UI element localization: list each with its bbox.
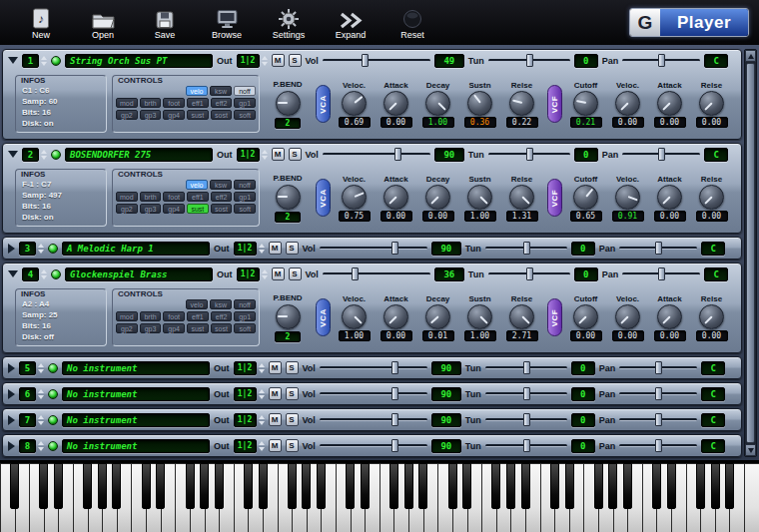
piano-key-black[interactable] [244, 463, 253, 509]
channel-led[interactable] [48, 363, 58, 373]
control-eff1-button[interactable]: eff1 [187, 192, 209, 202]
control-sost-button[interactable]: sost [211, 204, 233, 214]
solo-button[interactable]: S [289, 54, 302, 67]
scrollbar-track[interactable] [745, 62, 756, 444]
channel-spinner[interactable] [41, 269, 47, 279]
solo-button[interactable]: S [286, 413, 299, 426]
output-spinner[interactable] [262, 150, 268, 160]
vca-veloc-knob[interactable] [342, 304, 367, 329]
pan-slider-handle[interactable] [655, 413, 662, 426]
scrollbar-thumb[interactable] [746, 63, 755, 443]
output-spinner[interactable] [259, 415, 265, 425]
control-gp2-button[interactable]: gp2 [116, 204, 138, 214]
control-gp4-button[interactable]: gp4 [163, 323, 185, 333]
control-mod-button[interactable]: mod [116, 98, 138, 108]
vcf-cutoff-knob[interactable] [573, 91, 598, 116]
piano-key-black[interactable] [39, 463, 48, 509]
tune-slider-handle[interactable] [523, 242, 530, 255]
piano-key-black[interactable] [389, 463, 398, 509]
vca-sustn-knob[interactable] [467, 185, 492, 210]
vcf-relse-knob[interactable] [699, 91, 724, 116]
control-brth-button[interactable]: brth [140, 311, 162, 321]
channel-led[interactable] [48, 441, 58, 451]
vca-veloc-knob[interactable] [342, 91, 367, 116]
volume-slider[interactable] [320, 361, 427, 374]
channel-spinner[interactable] [41, 56, 47, 66]
toolbar-expand-button[interactable]: Expand [320, 6, 381, 40]
mute-button[interactable]: M [269, 413, 282, 426]
vca-relse-knob[interactable] [509, 91, 534, 116]
instrument-select[interactable]: A Melodic Harp 1 [62, 242, 210, 256]
volume-slider[interactable] [320, 413, 427, 426]
vcf-relse-knob[interactable] [699, 304, 724, 329]
piano-key-black[interactable] [696, 463, 705, 509]
channel-led[interactable] [48, 389, 58, 399]
control-noff-button[interactable]: noff [234, 299, 256, 309]
pan-slider-handle[interactable] [658, 267, 665, 280]
piano-key-black[interactable] [200, 463, 209, 509]
control-velo-button[interactable]: velo [186, 299, 208, 309]
control-gp3-button[interactable]: gp3 [140, 204, 162, 214]
piano-key-black[interactable] [112, 463, 121, 509]
control-gp3-button[interactable]: gp3 [140, 323, 162, 333]
pitchbend-knob[interactable] [276, 91, 301, 116]
scroll-up-button[interactable] [745, 50, 756, 62]
vcf-veloc-knob[interactable] [615, 185, 640, 210]
expand-arrow-icon[interactable] [8, 363, 15, 373]
expand-arrow-icon[interactable] [8, 415, 15, 425]
instrument-select[interactable]: Glockenspiel Brass [65, 267, 213, 281]
control-eff2-button[interactable]: eff2 [211, 311, 233, 321]
tune-slider-handle[interactable] [526, 267, 533, 280]
volume-slider-handle[interactable] [391, 387, 398, 400]
piano-key-black[interactable] [565, 463, 574, 509]
piano-key-black[interactable] [142, 463, 151, 509]
instrument-select[interactable]: No instrument [62, 387, 210, 401]
pan-slider-handle[interactable] [655, 242, 662, 255]
channel-led[interactable] [48, 415, 58, 425]
control-eff2-button[interactable]: eff2 [211, 192, 233, 202]
output-spinner[interactable] [259, 441, 265, 451]
vcf-relse-knob[interactable] [699, 185, 724, 210]
volume-slider-handle[interactable] [391, 439, 398, 452]
channel-spinner[interactable] [38, 389, 44, 399]
toolbar-new-button[interactable]: ♪New [10, 6, 72, 40]
expand-arrow-icon[interactable] [8, 270, 18, 277]
piano-key-black[interactable] [98, 463, 107, 509]
tune-slider-handle[interactable] [523, 413, 530, 426]
channel-spinner[interactable] [38, 363, 44, 373]
output-spinner[interactable] [262, 269, 268, 279]
toolbar-browse-button[interactable]: Browse [196, 6, 258, 40]
control-velo-button[interactable]: velo [186, 86, 208, 96]
solo-button[interactable]: S [289, 267, 302, 280]
vcf-veloc-knob[interactable] [615, 304, 640, 329]
control-gp1-button[interactable]: gp1 [234, 192, 256, 202]
control-eff2-button[interactable]: eff2 [211, 98, 233, 108]
volume-slider-handle[interactable] [352, 267, 359, 280]
control-eff1-button[interactable]: eff1 [187, 98, 209, 108]
pan-slider[interactable] [619, 361, 697, 374]
pitchbend-knob[interactable] [276, 185, 301, 210]
pan-slider[interactable] [619, 413, 697, 426]
control-ksw-button[interactable]: ksw [210, 180, 232, 190]
piano-key-black[interactable] [623, 463, 632, 509]
tune-slider[interactable] [488, 267, 570, 280]
tune-slider[interactable] [485, 242, 567, 255]
control-sust-button[interactable]: sust [187, 204, 209, 214]
piano-key-black[interactable] [608, 463, 617, 509]
instrument-select[interactable]: No instrument [62, 361, 210, 375]
piano-key-white[interactable] [744, 463, 759, 532]
volume-slider-handle[interactable] [362, 54, 369, 67]
pan-slider[interactable] [619, 242, 697, 255]
control-brth-button[interactable]: brth [140, 98, 162, 108]
piano-key-black[interactable] [10, 463, 19, 509]
pan-slider-handle[interactable] [658, 54, 665, 67]
instrument-select[interactable]: No instrument [62, 439, 210, 453]
tune-slider[interactable] [488, 54, 570, 67]
volume-slider[interactable] [320, 387, 427, 400]
tune-slider-handle[interactable] [523, 361, 530, 374]
channel-spinner[interactable] [38, 415, 44, 425]
piano-key-black[interactable] [550, 463, 559, 509]
piano-key-black[interactable] [156, 463, 165, 509]
pan-slider-handle[interactable] [658, 148, 665, 161]
control-foot-button[interactable]: foot [163, 98, 185, 108]
